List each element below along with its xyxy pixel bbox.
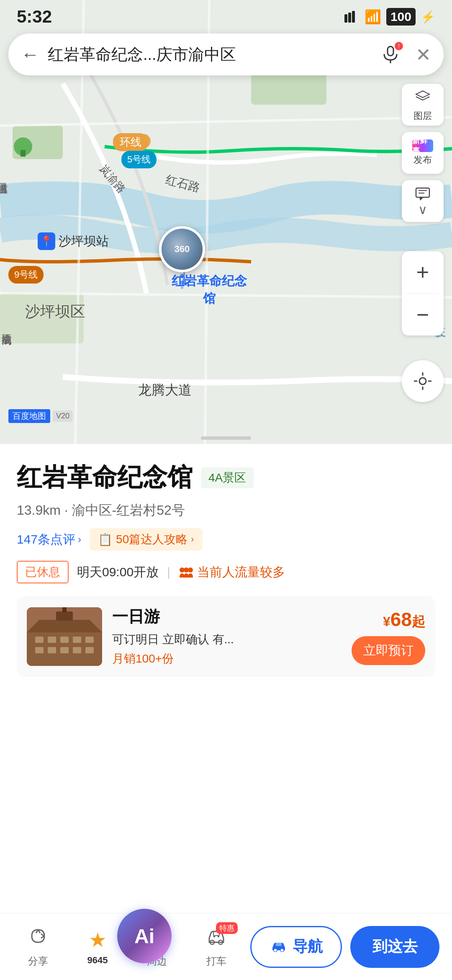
layers-label: 图层 — [413, 110, 432, 122]
ai-button[interactable]: Ai — [117, 909, 172, 963]
svg-rect-22 — [388, 46, 393, 56]
status-time: 5:32 — [17, 7, 52, 27]
poi-name: 红岩革命纪念馆 — [17, 461, 193, 495]
taxi-label: 打车 — [206, 954, 226, 968]
district-label-shapingba: 沙坪坝区 — [25, 302, 85, 322]
svg-rect-10 — [21, 150, 26, 157]
guide-icon: 📋 — [98, 533, 113, 547]
closed-badge: 已休息 — [17, 561, 69, 583]
favorites-count: 9645 — [87, 955, 108, 966]
voice-badge: ! — [395, 42, 403, 50]
location-button[interactable] — [402, 360, 444, 402]
go-button[interactable]: 到这去 — [350, 926, 439, 968]
review-chevron-icon: › — [78, 534, 81, 545]
tour-price: ¥68起 — [383, 608, 425, 631]
guide-button[interactable]: 📋 50篇达人攻略 › — [90, 528, 202, 551]
review-count-link[interactable]: 147条点评 › — [17, 531, 81, 548]
comments-button[interactable]: ∨ — [402, 180, 444, 222]
poi-tag: 4A景区 — [201, 467, 254, 488]
zoom-out-button[interactable]: − — [402, 294, 444, 335]
destination-marker[interactable]: 360 — [159, 226, 205, 289]
svg-rect-50 — [213, 936, 215, 937]
svg-rect-32 — [73, 637, 81, 643]
back-button[interactable]: ← — [21, 44, 39, 65]
layers-button[interactable]: 图层 — [402, 84, 444, 126]
crowd-info: 当前人流量较多 — [179, 564, 285, 581]
comments-icon — [414, 186, 431, 204]
tour-subtitle: 可订明日 立即确认 有... — [112, 632, 342, 647]
nav-share[interactable]: 分享 — [8, 926, 68, 968]
svg-rect-31 — [60, 637, 69, 643]
navigate-button[interactable]: 导航 — [250, 926, 342, 968]
svg-rect-20 — [348, 13, 351, 23]
tour-confirm: 立即确认 — [162, 633, 209, 646]
divider: | — [167, 565, 170, 579]
navigate-label: 导航 — [293, 936, 323, 957]
baidu-logo: 百度地图 — [8, 409, 50, 423]
version-badge: V20 — [53, 410, 73, 422]
crowd-text: 当前人流量较多 — [197, 564, 285, 581]
drag-indicator[interactable] — [201, 436, 251, 440]
tour-card[interactable]: 一日游 可订明日 立即确认 有... 月销100+份 ¥68起 立即预订 — [17, 596, 435, 677]
tour-content: 一日游 可订明日 立即确认 有... 月销100+份 — [112, 606, 342, 667]
svg-rect-33 — [85, 637, 94, 643]
svg-point-53 — [280, 949, 284, 952]
station-label: 📍 沙坪坝站 — [38, 232, 109, 250]
svg-rect-34 — [35, 647, 44, 653]
status-icons: 📶 100 ⚡ — [344, 8, 435, 26]
status-row: 已休息 明天09:00开放 | 当前人流量较多 — [17, 561, 435, 583]
svg-point-14 — [419, 378, 426, 384]
svg-rect-39 — [56, 611, 73, 621]
poi-header: 红岩革命纪念馆 4A景区 — [17, 461, 435, 495]
svg-rect-30 — [48, 637, 56, 643]
svg-rect-19 — [344, 14, 347, 23]
ring-road-label: 环线 — [113, 133, 148, 151]
tour-more: 有... — [213, 633, 234, 646]
baidu-watermark: 百度地图 V20 — [8, 409, 73, 423]
zoom-controls: + − — [402, 251, 444, 335]
publish-label: 发布 — [413, 154, 432, 166]
svg-rect-38 — [85, 647, 94, 653]
voice-search-button[interactable]: ! — [376, 40, 405, 69]
tour-bookable: 可订明日 — [112, 633, 159, 646]
close-button[interactable]: ✕ — [416, 44, 431, 65]
poi-distance: 13.9km · 渝中区-红岩村52号 — [17, 501, 435, 520]
svg-rect-40 — [62, 607, 67, 612]
share-label: 分享 — [28, 954, 48, 968]
svg-rect-51 — [218, 936, 219, 937]
open-time: 明天09:00开放 — [77, 564, 159, 581]
subway-line-9: 9号线 — [8, 266, 44, 284]
tour-price-book: ¥68起 立即预订 — [352, 608, 425, 665]
road-label-longteng: 龙腾大道 — [138, 381, 192, 400]
publish-button[interactable]: 新鲜事 发布 — [402, 132, 444, 174]
svg-point-52 — [274, 949, 277, 952]
bottom-panel: 红岩革命纪念馆 4A景区 13.9km · 渝中区-红岩村52号 147条点评 … — [0, 444, 452, 980]
search-input-display[interactable]: 红岩革命纪念...庆市渝中区 — [48, 44, 376, 65]
book-button[interactable]: 立即预订 — [352, 636, 425, 665]
go-label: 到这去 — [372, 936, 418, 957]
subway-line-5: 5号线 — [121, 151, 157, 168]
navigate-car-icon — [270, 938, 288, 956]
share-icon — [28, 926, 49, 951]
svg-point-26 — [188, 567, 193, 573]
layers-icon — [414, 88, 431, 108]
taxi-special-badge: 特惠 — [216, 922, 238, 934]
bottom-nav: 分享 ★ 9645 周边 特惠 — [0, 913, 452, 980]
status-bar: 5:32 📶 100 ⚡ — [0, 0, 452, 34]
svg-rect-37 — [73, 647, 81, 653]
ai-label: Ai — [134, 925, 154, 948]
tour-title: 一日游 — [112, 606, 342, 627]
signal-icon: 📶 — [365, 9, 381, 25]
guide-chevron-icon: › — [191, 534, 194, 545]
tour-sales: 月销100+份 — [112, 651, 342, 667]
svg-rect-29 — [35, 637, 44, 643]
review-count-text: 147条点评 — [17, 531, 75, 548]
poi-reviews-row: 147条点评 › 📋 50篇达人攻略 › — [17, 528, 435, 551]
svg-rect-36 — [60, 647, 69, 653]
svg-rect-54 — [276, 943, 282, 946]
map-controls: 图层 新鲜事 发布 ∨ — [402, 84, 444, 222]
zoom-in-button[interactable]: + — [402, 251, 444, 293]
nav-taxi[interactable]: 特惠 打车 — [187, 926, 246, 968]
charging-icon: ⚡ — [421, 10, 435, 24]
search-bar: ← 红岩革命纪念...庆市渝中区 ! ✕ — [8, 34, 444, 75]
